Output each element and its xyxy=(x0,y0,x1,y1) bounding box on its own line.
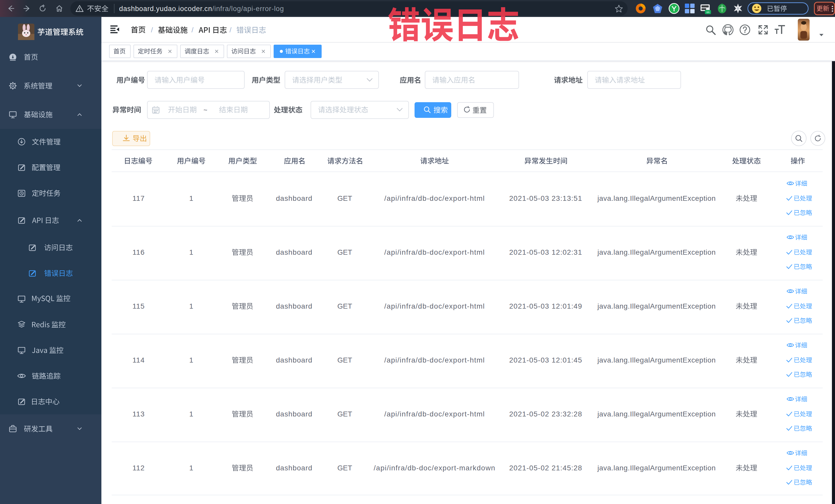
svg-text:on: on xyxy=(707,11,710,14)
